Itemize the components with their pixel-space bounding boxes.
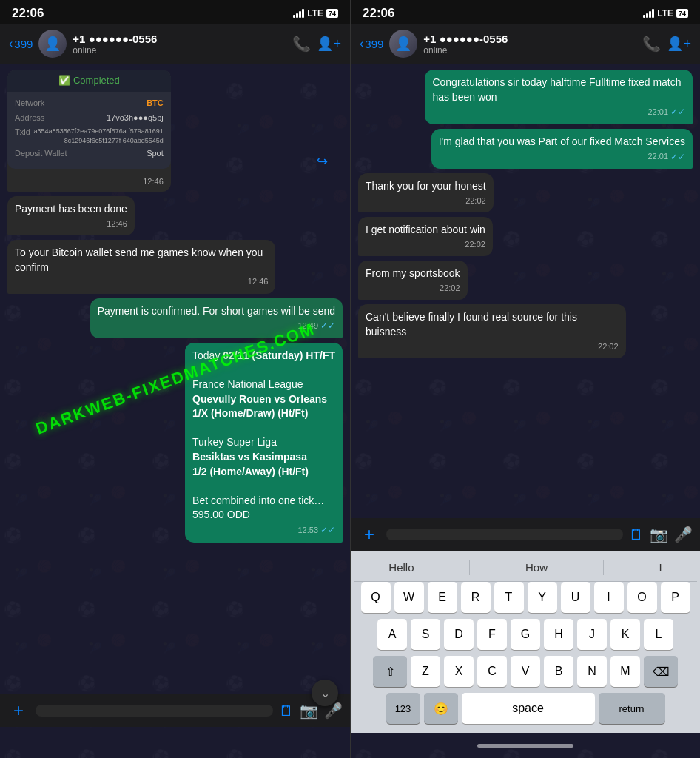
signal-icon-right	[643, 9, 654, 18]
key-e[interactable]: E	[428, 582, 457, 613]
contact-info-right: +1 ●●●●●●-0556 online	[423, 33, 636, 56]
key-v[interactable]: V	[511, 656, 540, 687]
lte-label-right: LTE	[657, 8, 673, 19]
key-c[interactable]: C	[477, 656, 507, 687]
contact-name-left: +1 ●●●●●●-0556	[73, 33, 286, 45]
mic-button-right[interactable]: 🎤	[674, 526, 693, 543]
tx-status-header: ✅ Completed	[7, 70, 171, 92]
tx-completed-label: ✅ Completed	[58, 74, 120, 87]
list-item: Can't believe finally I found real sourc…	[358, 304, 626, 358]
numbers-key[interactable]: 123	[386, 693, 420, 724]
key-y[interactable]: Y	[528, 582, 557, 613]
suggestion-divider-2	[603, 560, 604, 575]
received-bubble: To your Bitcoin wallet send me games kno…	[7, 240, 275, 294]
key-h[interactable]: H	[544, 619, 573, 650]
sent-bubble: Payment is confirmed. For short games wi…	[90, 298, 343, 338]
contact-status-left: online	[73, 45, 286, 56]
received-bubble-notification: I get notification about win 22:02	[358, 217, 493, 256]
space-key[interactable]: space	[462, 693, 595, 724]
keyboard-row-2: A S D F G H J K L	[354, 619, 697, 650]
key-j[interactable]: J	[577, 619, 607, 650]
suggestion-divider-1	[469, 560, 470, 575]
contact-avatar-right: 👤	[389, 30, 417, 58]
key-k[interactable]: K	[610, 619, 640, 650]
list-item: To your Bitcoin wallet send me games kno…	[7, 240, 275, 294]
input-bar-right: + 🗒 📷 🎤	[351, 518, 700, 551]
key-p[interactable]: P	[661, 582, 690, 613]
time-right: 22:06	[363, 6, 394, 21]
list-item: I'm glad that you was Part of our fixed …	[431, 129, 693, 169]
sent-bubble-glad: I'm glad that you was Part of our fixed …	[431, 129, 693, 169]
back-count-right: 399	[365, 38, 383, 50]
tx-address-row: Address 17vo3h●●●q5pj	[15, 113, 164, 124]
contact-avatar-left: 👤	[38, 30, 67, 58]
sticker-button-right[interactable]: 🗒	[629, 526, 644, 543]
key-x[interactable]: X	[444, 656, 474, 687]
transaction-bubble: ✅ Completed ↪ Network BTC Address 17vo3h…	[7, 70, 171, 192]
key-f[interactable]: F	[477, 619, 507, 650]
list-item: Payment is confirmed. For short games wi…	[90, 298, 343, 338]
return-key[interactable]: return	[599, 693, 665, 724]
call-button-left[interactable]: 📞	[292, 35, 311, 53]
key-i[interactable]: I	[594, 582, 624, 613]
key-w[interactable]: W	[394, 582, 424, 613]
list-item: ✅ Completed ↪ Network BTC Address 17vo3h…	[7, 70, 171, 192]
msg-time: 12:53 ✓✓	[192, 524, 335, 537]
call-button-right[interactable]: 📞	[642, 35, 661, 53]
backspace-key[interactable]: ⌫	[644, 656, 678, 687]
add-contact-button-right[interactable]: 👤+	[667, 36, 691, 52]
status-icons-left: LTE 74	[293, 8, 338, 19]
key-q[interactable]: Q	[361, 582, 391, 613]
msg-time: 22:01 ✓✓	[432, 106, 685, 118]
msg-time: 12:46	[15, 276, 268, 287]
camera-button-left[interactable]: 📷	[300, 702, 318, 720]
sticker-button-left[interactable]: 🗒	[279, 702, 294, 720]
list-item: Congratulations sir today halftime Fullt…	[425, 70, 693, 124]
home-indicator	[477, 744, 573, 748]
message-input-left[interactable]	[36, 705, 273, 717]
keyboard-suggestions: Hello How I	[354, 557, 697, 582]
back-button-right[interactable]: ‹ 399	[360, 37, 383, 50]
key-r[interactable]: R	[461, 582, 491, 613]
key-t[interactable]: T	[494, 582, 524, 613]
key-g[interactable]: G	[511, 619, 540, 650]
back-button-left[interactable]: ‹ 399	[9, 37, 33, 50]
key-d[interactable]: D	[444, 619, 474, 650]
message-input-right[interactable]	[386, 529, 623, 540]
chat-header-left: ‹ 399 👤 +1 ●●●●●●-0556 online 📞 👤+	[0, 24, 350, 64]
key-b[interactable]: B	[544, 656, 573, 687]
key-u[interactable]: U	[561, 582, 590, 613]
received-bubble-sportsbook: From my sportsbook 22:02	[358, 261, 468, 300]
scroll-down-button[interactable]: ⌄	[312, 680, 338, 706]
chat-header-right: ‹ 399 👤 +1 ●●●●●●-0556 online 📞 👤+	[351, 24, 700, 64]
key-z[interactable]: Z	[411, 656, 440, 687]
key-m[interactable]: M	[610, 656, 640, 687]
attachment-button-left[interactable]: +	[7, 700, 30, 721]
add-contact-button-left[interactable]: 👤+	[317, 36, 341, 52]
contact-info-left: +1 ●●●●●●-0556 online	[73, 33, 286, 56]
suggestion-i[interactable]: I	[644, 560, 676, 575]
attachment-button-right[interactable]: +	[358, 524, 380, 545]
shift-key[interactable]: ⇧	[373, 656, 407, 687]
key-o[interactable]: O	[627, 582, 657, 613]
time-left: 22:06	[12, 6, 44, 21]
msg-time: 22:02	[366, 341, 619, 352]
key-l[interactable]: L	[644, 619, 673, 650]
status-bar-left: 22:06 LTE 74	[0, 0, 350, 24]
key-a[interactable]: A	[377, 619, 407, 650]
sent-bubble-congrats: Congratulations sir today halftime Fullt…	[425, 70, 693, 124]
key-n[interactable]: N	[577, 656, 607, 687]
emoji-key[interactable]: 😊	[424, 693, 458, 724]
list-item: Today 02/11 (Saturday) HT/FT France Nati…	[185, 343, 343, 543]
suggestion-how[interactable]: How	[511, 560, 562, 575]
back-count-left: 399	[14, 38, 33, 50]
suggestion-hello[interactable]: Hello	[374, 560, 428, 575]
keyboard-row-3: ⇧ Z X C V B N M ⌫	[354, 656, 697, 687]
tx-txid-row: Txid a354a853567f2ea79e076f576a f579a816…	[15, 127, 164, 145]
contact-status-right: online	[423, 45, 636, 56]
key-s[interactable]: S	[411, 619, 440, 650]
status-icons-right: LTE 74	[643, 8, 688, 19]
msg-time: 22:02	[366, 283, 460, 294]
camera-button-right[interactable]: 📷	[650, 526, 668, 543]
received-bubble-thanks: Thank you for your honest 22:02	[358, 173, 494, 212]
